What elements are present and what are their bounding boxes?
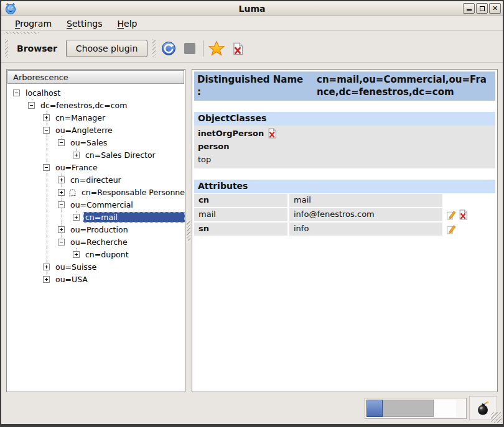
tree-expander[interactable] [58, 186, 66, 198]
luma-devil-icon [4, 2, 17, 15]
tree-item-cn-mail[interactable]: cn=mail [7, 211, 185, 223]
tree-expander[interactable] [43, 124, 51, 136]
objectclass-name: person [198, 142, 229, 151]
delete-entry-icon[interactable] [230, 40, 246, 57]
delete-attribute-icon[interactable] [458, 209, 469, 220]
collapse-minus-icon [43, 164, 50, 171]
tree-item-cn-directeur[interactable]: cn=directeur [7, 173, 185, 186]
tree-expander[interactable] [58, 223, 66, 236]
menu-help[interactable]: Help [111, 17, 144, 30]
tree-item-label: cn=mail [83, 212, 185, 223]
attribute-value: info [289, 223, 442, 236]
tree-item-ou-commercial[interactable]: ou=Commercial [7, 198, 185, 211]
tree-indent-guide [28, 198, 43, 211]
toolbar-drag-handle[interactable] [152, 39, 156, 58]
tree-expander[interactable] [13, 86, 21, 99]
tree-indent-guide [13, 236, 28, 248]
tree-indent-guide [13, 273, 28, 285]
tree-indent-guide [43, 149, 58, 161]
tree-expander[interactable] [58, 198, 66, 211]
tree-item-cn-responsable-personnel[interactable]: cn=Responsable Personnel [7, 186, 185, 198]
tree-item-ou-usa[interactable]: ou=USA [7, 273, 185, 285]
tree-expander[interactable] [43, 111, 51, 124]
maximize-icon [480, 6, 485, 11]
luma-window: Luma ✕ ProgramSettingsHelp Browser Choos… [0, 0, 504, 427]
menubar: ProgramSettingsHelp [1, 16, 503, 31]
tree-item-localhost[interactable]: localhost [7, 86, 185, 99]
maximize-button[interactable] [476, 3, 488, 14]
tree-indent-guide [28, 223, 43, 236]
objectclass-name: inetOrgPerson [198, 129, 264, 138]
toolbar-drag-handle[interactable] [5, 39, 8, 58]
splitter-grip-icon [187, 221, 190, 241]
ldap-tree: localhostdc=fenestros,dc=comcn=Managerou… [7, 85, 185, 392]
tree-expander[interactable] [58, 136, 66, 149]
tree-indent-guide [28, 186, 43, 198]
tree-item-ou-france[interactable]: ou=France [7, 161, 185, 173]
edit-attribute-icon[interactable] [446, 209, 456, 220]
tree-indent-guide [28, 273, 43, 285]
tree-expander[interactable] [58, 236, 66, 248]
tree-expander[interactable] [58, 173, 66, 186]
tree-item-ou-angleterre[interactable]: ou=Angleterre [7, 124, 185, 136]
close-icon: ✕ [492, 5, 498, 12]
attribute-actions [446, 208, 469, 221]
tree-indent-guide [13, 186, 28, 198]
toolbar-separator [203, 40, 203, 57]
titlebar[interactable]: Luma ✕ [1, 1, 503, 16]
stop-icon[interactable] [182, 40, 198, 57]
bookmark-star-icon[interactable] [208, 40, 225, 57]
expand-plus-icon [43, 264, 50, 270]
close-button[interactable]: ✕ [489, 3, 501, 14]
refresh-icon[interactable] [161, 40, 177, 57]
tree-item-ou-sales[interactable]: ou=Sales [7, 136, 185, 149]
tree-expander[interactable] [43, 273, 51, 285]
menu-program[interactable]: Program [9, 17, 58, 30]
minimize-icon [467, 6, 472, 11]
attribute-name: sn [194, 223, 287, 236]
attribute-value: info@fenestros.com [289, 208, 442, 221]
progress-trough [383, 400, 434, 417]
tree-expander[interactable] [43, 161, 51, 173]
distinguished-name-header: Distinguished Name : cn=mail,ou=Commerci… [194, 71, 495, 101]
tree-expander[interactable] [43, 260, 51, 273]
tree-item-label: cn=Manager [54, 112, 107, 123]
tree-expander[interactable] [73, 248, 81, 260]
tree-item-ou-suisse[interactable]: ou=Suisse [7, 260, 185, 273]
tree-item-cn-dupont[interactable]: cn=dupont [7, 248, 185, 260]
tree-item-ou-production[interactable]: ou=Production [7, 223, 185, 236]
tree-indent-guide [28, 111, 43, 124]
tree-item-ou-recherche[interactable]: ou=Recherche [7, 236, 185, 248]
choose-plugin-button[interactable]: Choose plugin [66, 40, 147, 57]
tree-item-label: ou=Recherche [68, 237, 129, 247]
menu-settings[interactable]: Settings [60, 17, 108, 30]
main-area: Arborescence localhostdc=fenestros,dc=co… [1, 63, 503, 392]
attribute-actions [446, 223, 456, 236]
collapse-minus-icon [58, 201, 65, 208]
tree-indent-guide [43, 173, 58, 186]
tree-item-cn-sales-director[interactable]: cn=Sales Director [7, 149, 185, 161]
progress-box [365, 398, 467, 419]
tree-indent-guide [13, 149, 28, 161]
resize-grip[interactable] [491, 412, 502, 423]
tree-item-dc-fenestros-dc-com[interactable]: dc=fenestros,dc=com [7, 99, 185, 111]
tree-expander[interactable] [28, 99, 36, 111]
attribute-value: mail [289, 194, 442, 207]
collapse-minus-icon [58, 239, 65, 246]
tree-indent-guide [13, 124, 28, 136]
entry-detail-panel: Distinguished Name : cn=mail,ou=Commerci… [192, 69, 498, 392]
tree-indent-guide [28, 136, 43, 149]
section-gap [194, 168, 495, 180]
toolbar-drag-handle[interactable] [4, 32, 39, 34]
tree-indent-guide [58, 211, 73, 223]
tree-expander[interactable] [73, 211, 81, 223]
tree-expander[interactable] [73, 149, 81, 161]
minimize-button[interactable] [463, 3, 475, 14]
tree-indent-guide [28, 248, 43, 260]
panel-splitter[interactable] [185, 69, 192, 392]
objectclasses-header: ObjectClasses [194, 112, 495, 126]
edit-attribute-icon[interactable] [446, 224, 456, 234]
delete-objectclass-icon[interactable] [267, 128, 278, 139]
tree-item-cn-manager[interactable]: cn=Manager [7, 111, 185, 124]
tree-indent-guide [28, 260, 43, 273]
